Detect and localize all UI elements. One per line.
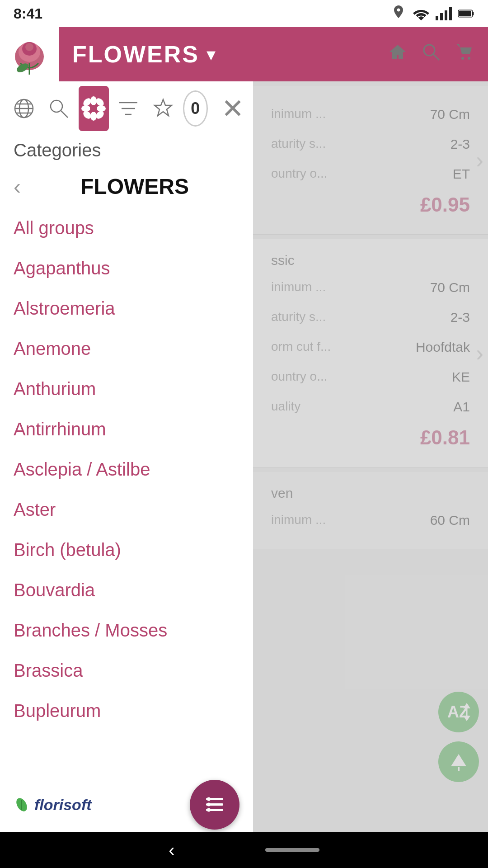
toolbar-row: 0 ✕ xyxy=(0,81,253,136)
filter-toolbar-icon[interactable] xyxy=(113,86,144,131)
svg-point-25 xyxy=(90,112,97,121)
status-bar: 8:41 xyxy=(0,0,488,27)
status-time: 8:41 xyxy=(14,5,42,22)
fab-menu-button[interactable] xyxy=(190,780,239,830)
home-icon[interactable] xyxy=(388,42,408,66)
svg-point-15 xyxy=(468,57,470,60)
header-actions xyxy=(374,42,488,66)
categories-label: Categories xyxy=(0,136,253,170)
list-item[interactable]: Alstroemeria xyxy=(14,288,239,329)
battery-icon xyxy=(458,5,474,22)
list-item[interactable]: Bouvardia xyxy=(14,570,239,610)
menu-list-icon xyxy=(202,793,227,817)
back-arrow-icon[interactable]: ‹ xyxy=(14,174,21,199)
svg-rect-0 xyxy=(436,16,438,20)
svg-point-24 xyxy=(90,96,97,105)
list-item[interactable]: Anthurium xyxy=(14,369,239,409)
nav-back-button[interactable]: ‹ xyxy=(169,840,174,860)
florisoft-leaf-icon xyxy=(14,797,30,813)
svg-point-32 xyxy=(90,105,97,112)
wifi-icon xyxy=(413,5,429,22)
list-item[interactable]: Bupleurum xyxy=(14,691,239,731)
list-item[interactable]: All groups xyxy=(14,208,239,248)
flower-toolbar-icon[interactable] xyxy=(79,86,109,131)
svg-point-42 xyxy=(207,797,211,801)
list-item[interactable]: Antirrhinum xyxy=(14,409,239,449)
header-title-area: FLOWERS ▾ xyxy=(59,41,374,68)
list-item[interactable]: Anemone xyxy=(14,329,239,369)
svg-point-43 xyxy=(207,803,211,807)
top-header: FLOWERS ▾ xyxy=(0,27,488,81)
svg-point-27 xyxy=(97,105,106,112)
svg-rect-6 xyxy=(459,11,471,17)
bottom-nav: ‹ xyxy=(0,832,488,868)
florisoft-logo: florisoft xyxy=(14,796,92,814)
list-item[interactable]: Asclepia / Astilbe xyxy=(14,449,239,490)
svg-point-26 xyxy=(81,105,90,112)
header-title: FLOWERS xyxy=(72,41,199,68)
svg-point-12 xyxy=(424,45,435,56)
rose-logo xyxy=(7,32,52,77)
right-panel: inimum ... 70 Cm aturity s... 2-3 ountry… xyxy=(253,81,488,832)
svg-marker-36 xyxy=(155,99,172,116)
chevron-down-icon[interactable]: ▾ xyxy=(206,44,216,65)
svg-point-21 xyxy=(51,100,62,112)
list-item[interactable]: Aster xyxy=(14,490,239,530)
back-title-row: ‹ FLOWERS xyxy=(0,170,253,203)
svg-line-22 xyxy=(61,111,68,118)
svg-rect-2 xyxy=(445,10,447,20)
logo-area xyxy=(0,27,59,81)
list-item[interactable]: Agapanthus xyxy=(14,248,239,288)
list-item[interactable]: Birch (betula) xyxy=(14,530,239,570)
right-overlay xyxy=(253,81,488,832)
bottom-panel: florisoft xyxy=(0,778,253,832)
globe-toolbar-icon[interactable] xyxy=(9,86,39,131)
list-item[interactable]: Brassica xyxy=(14,651,239,691)
svg-point-14 xyxy=(461,57,464,60)
florisoft-label: florisoft xyxy=(34,796,92,814)
location-icon xyxy=(390,5,407,22)
svg-rect-3 xyxy=(449,7,452,20)
left-panel: 0 ✕ Categories ‹ FLOWERS All groups Agap… xyxy=(0,81,253,832)
close-icon[interactable]: ✕ xyxy=(221,93,244,124)
status-icons xyxy=(390,5,474,22)
panel-title: FLOWERS xyxy=(30,174,239,199)
main-area: 0 ✕ Categories ‹ FLOWERS All groups Agap… xyxy=(0,81,488,832)
signal-icon xyxy=(436,5,452,22)
badge-count[interactable]: 0 xyxy=(183,90,208,127)
svg-point-10 xyxy=(25,43,33,51)
search-icon[interactable] xyxy=(421,42,441,66)
search-toolbar-icon[interactable] xyxy=(44,86,74,131)
svg-rect-1 xyxy=(440,13,443,20)
svg-line-13 xyxy=(433,54,439,60)
cart-icon[interactable] xyxy=(455,42,474,66)
svg-rect-5 xyxy=(472,12,474,15)
nav-home-pill[interactable] xyxy=(265,848,319,852)
star-toolbar-icon[interactable] xyxy=(148,86,178,131)
category-list: All groups Agapanthus Alstroemeria Anemo… xyxy=(0,208,253,778)
list-item[interactable]: Branches / Mosses xyxy=(14,610,239,651)
svg-point-44 xyxy=(207,808,211,812)
